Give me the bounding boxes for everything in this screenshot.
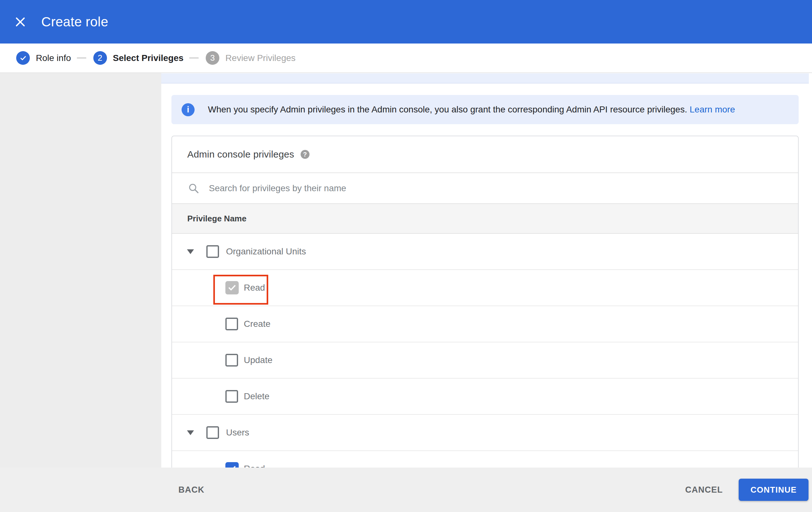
step-number-badge: 3 (206, 51, 219, 65)
privilege-row-child: Update (172, 342, 798, 379)
learn-more-link[interactable]: Learn more (690, 105, 735, 114)
step-label: Role info (36, 53, 71, 63)
privilege-label: Create (244, 319, 270, 329)
collapse-triangle-icon[interactable] (187, 249, 194, 254)
footer-bar: BACK CANCEL CONTINUE (0, 467, 812, 512)
privilege-search-row (172, 172, 798, 203)
step-role-info[interactable]: Role info (16, 51, 71, 65)
collapse-triangle-icon[interactable] (187, 430, 194, 435)
privilege-label: Organizational Units (226, 246, 306, 257)
dialog-header: Create role (0, 0, 812, 44)
step-label: Review Privileges (225, 53, 295, 63)
card-header: Admin console privileges ? (172, 136, 798, 172)
close-icon[interactable] (9, 10, 32, 33)
step-completed-check-icon (16, 51, 30, 65)
privilege-row-group: Users (172, 415, 798, 451)
continue-button[interactable]: CONTINUE (739, 479, 809, 501)
step-number-badge: 2 (93, 51, 107, 65)
info-icon: i (181, 103, 195, 116)
help-icon[interactable]: ? (300, 150, 310, 159)
checkbox-delete[interactable] (225, 390, 238, 403)
privilege-label: Read (244, 283, 265, 293)
checkbox-users[interactable] (206, 426, 219, 439)
info-banner-text: When you specify Admin privileges in the… (208, 105, 735, 115)
checkbox-organizational-units[interactable] (206, 245, 219, 258)
privilege-row-group: Organizational Units (172, 234, 798, 270)
content-top-band (161, 73, 809, 84)
checkbox-update[interactable] (225, 354, 238, 367)
privilege-label: Update (244, 355, 272, 365)
cancel-button[interactable]: CANCEL (685, 485, 723, 495)
back-button[interactable]: BACK (178, 485, 204, 495)
create-role-dialog: Create role Role info 2 Select Privilege… (0, 0, 812, 512)
step-review-privileges[interactable]: 3 Review Privileges (206, 51, 295, 65)
checkbox-create[interactable] (225, 318, 238, 330)
step-connector (77, 57, 86, 58)
table-header: Privilege Name (172, 203, 798, 234)
privilege-row-child: Read (172, 270, 798, 306)
section-title: Admin console privileges (187, 149, 294, 160)
page-title: Create role (41, 14, 108, 30)
privilege-label: Users (226, 428, 249, 438)
left-gray-panel (0, 73, 161, 467)
info-banner: i When you specify Admin privileges in t… (171, 95, 799, 124)
info-banner-message: When you specify Admin privileges in the… (208, 105, 687, 114)
privilege-row-child: Delete (172, 379, 798, 415)
privilege-label: Delete (244, 391, 269, 402)
checkbox-read-checked-disabled[interactable] (225, 281, 239, 294)
privileges-card: Admin console privileges ? Privilege Nam… (171, 136, 799, 488)
column-header-privilege-name: Privilege Name (187, 214, 246, 224)
step-label: Select Privileges (113, 53, 184, 63)
search-input[interactable] (209, 183, 653, 193)
step-connector (189, 57, 199, 58)
step-select-privileges[interactable]: 2 Select Privileges (93, 51, 184, 65)
privilege-row-child: Create (172, 306, 798, 342)
stepper: Role info 2 Select Privileges 3 Review P… (0, 44, 812, 73)
search-icon (188, 183, 199, 194)
